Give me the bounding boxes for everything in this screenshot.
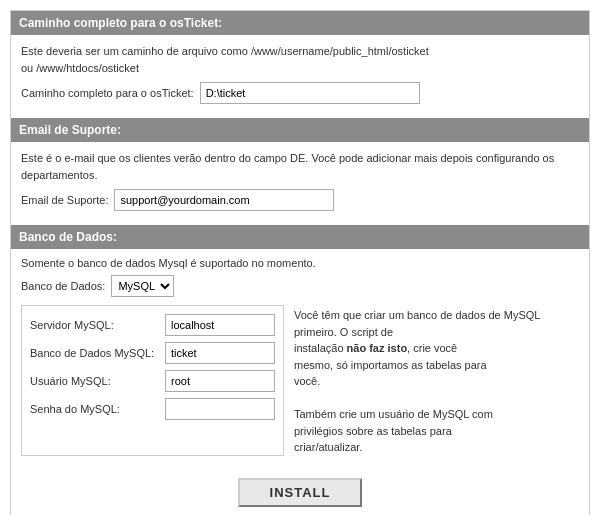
mysql-password-row: Senha do MySQL:: [30, 398, 275, 420]
database-section-header: Banco de Dados:: [11, 225, 589, 249]
email-section-header: Email de Suporte:: [11, 118, 589, 142]
database-type-row: Banco de Dados: MySQL: [21, 275, 579, 297]
mysql-password-label: Senha do MySQL:: [30, 403, 165, 415]
email-section-body: Este é o e-mail que os clientes verão de…: [11, 142, 589, 225]
email-input[interactable]: [114, 189, 334, 211]
mysql-user-input[interactable]: [165, 370, 275, 392]
database-section-body: Somente o banco de dados Mysql é suporta…: [11, 249, 589, 464]
database-help-text: Você têm que criar um banco de dados de …: [294, 305, 579, 456]
database-fields-left: Servidor MySQL: Banco de Dados MySQL: Us…: [21, 305, 284, 456]
path-field-row: Caminho completo para o osTicket:: [21, 82, 579, 104]
install-row: INSTALL: [11, 464, 589, 516]
database-description: Somente o banco de dados Mysql é suporta…: [21, 257, 579, 269]
path-field-label: Caminho completo para o osTicket:: [21, 87, 194, 99]
path-section-header: Caminho completo para o osTicket:: [11, 11, 589, 35]
mysql-db-input[interactable]: [165, 342, 275, 364]
mysql-db-row: Banco de Dados MySQL:: [30, 342, 275, 364]
database-type-label: Banco de Dados:: [21, 280, 105, 292]
mysql-db-label: Banco de Dados MySQL:: [30, 347, 165, 359]
mysql-server-input[interactable]: [165, 314, 275, 336]
path-input[interactable]: [200, 82, 420, 104]
page-wrapper: Caminho completo para o osTicket: Este d…: [10, 10, 590, 515]
mysql-server-label: Servidor MySQL:: [30, 319, 165, 331]
install-button[interactable]: INSTALL: [238, 478, 363, 507]
email-description: Este é o e-mail que os clientes verão de…: [21, 150, 579, 183]
path-section-body: Este deveria ser um caminho de arquivo c…: [11, 35, 589, 118]
path-description: Este deveria ser um caminho de arquivo c…: [21, 43, 579, 76]
database-type-select[interactable]: MySQL: [111, 275, 174, 297]
mysql-password-input[interactable]: [165, 398, 275, 420]
email-field-label: Email de Suporte:: [21, 194, 108, 206]
database-fields-container: Servidor MySQL: Banco de Dados MySQL: Us…: [21, 305, 579, 456]
mysql-server-row: Servidor MySQL:: [30, 314, 275, 336]
mysql-user-row: Usuário MySQL:: [30, 370, 275, 392]
email-field-row: Email de Suporte:: [21, 189, 579, 211]
mysql-user-label: Usuário MySQL:: [30, 375, 165, 387]
